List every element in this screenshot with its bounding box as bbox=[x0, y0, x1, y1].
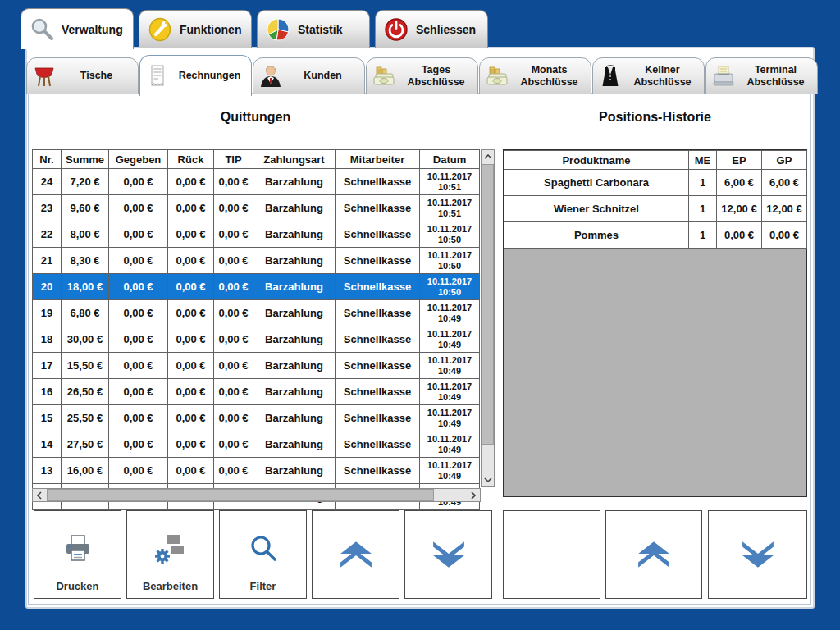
cell-rueck: 0,00 € bbox=[168, 353, 214, 379]
cell-gegeben: 0,00 € bbox=[109, 379, 168, 405]
receipt-row[interactable]: 13 16,00 € 0,00 € 0,00 € 0,00 € Barzahlu… bbox=[33, 458, 480, 484]
cell-zahlungsart: Barzahlung bbox=[253, 169, 336, 195]
scroll-down-arrow-icon[interactable] bbox=[482, 473, 494, 486]
cell-produkt: Wiener Schnitzel bbox=[504, 196, 689, 222]
tab-kunden[interactable]: Kunden bbox=[253, 57, 365, 94]
tab-kellner-abschluesse[interactable]: Kellner Abschlüsse bbox=[592, 57, 705, 94]
cell-gegeben: 0,00 € bbox=[109, 300, 168, 326]
cell-mitarbeiter: Schnellkasse bbox=[336, 248, 420, 274]
positions-table: Produktname ME EP GP Spaghetti Carbonara… bbox=[504, 150, 807, 249]
positions-page-down-button[interactable] bbox=[708, 510, 807, 599]
tab-label: Kunden bbox=[286, 70, 359, 81]
tab-rechnungen[interactable]: Rechnungen bbox=[139, 55, 252, 96]
cell-nr: 15 bbox=[33, 405, 62, 431]
cell-rueck: 0,00 € bbox=[168, 379, 214, 405]
cell-tip: 0,00 € bbox=[214, 221, 253, 248]
cell-gegeben: 0,00 € bbox=[109, 221, 168, 248]
cell-gp: 12,00 € bbox=[762, 196, 807, 222]
col-mitarbeiter: Mitarbeiter bbox=[336, 150, 420, 169]
receipt-row[interactable]: 17 15,50 € 0,00 € 0,00 € 0,00 € Barzahlu… bbox=[33, 353, 480, 379]
cell-rueck: 0,00 € bbox=[168, 300, 214, 326]
tab-label: Tages bbox=[399, 64, 472, 75]
print-button[interactable]: Drucken bbox=[34, 510, 121, 599]
cell-datum: 10.11.2017 10:49 bbox=[420, 353, 480, 379]
cell-mitarbeiter: Schnellkasse bbox=[336, 405, 420, 431]
tab-schliessen[interactable]: Schliessen bbox=[375, 10, 488, 48]
cell-me: 1 bbox=[689, 196, 717, 222]
pie-chart-icon bbox=[266, 17, 290, 42]
receipt-row[interactable]: 21 8,30 € 0,00 € 0,00 € 0,00 € Barzahlun… bbox=[33, 248, 480, 274]
col-rueck: Rück bbox=[168, 150, 214, 169]
cell-gegeben: 0,00 € bbox=[109, 458, 168, 484]
cell-tip: 0,00 € bbox=[214, 248, 253, 274]
receipt-row[interactable]: 14 27,50 € 0,00 € 0,00 € 0,00 € Barzahlu… bbox=[33, 431, 480, 458]
scroll-right-arrow-icon[interactable] bbox=[467, 489, 480, 501]
positions-title: Positions-Historie bbox=[503, 110, 807, 125]
wrench-icon bbox=[148, 17, 172, 42]
horizontal-scrollbar-thumb[interactable] bbox=[47, 489, 434, 501]
receipts-page-up-button[interactable] bbox=[312, 510, 399, 599]
tab-label: Schliessen bbox=[416, 23, 476, 36]
receipt-row[interactable]: 16 26,50 € 0,00 € 0,00 € 0,00 € Barzahlu… bbox=[33, 379, 480, 405]
cell-rueck: 0,00 € bbox=[168, 274, 214, 300]
cell-gegeben: 0,00 € bbox=[109, 169, 168, 195]
position-row[interactable]: Spaghetti Carbonara 1 6,00 € 6,00 € bbox=[504, 170, 807, 196]
tab-funktionen[interactable]: Funktionen bbox=[139, 10, 252, 48]
cell-tip: 0,00 € bbox=[214, 195, 253, 221]
scroll-left-arrow-icon[interactable] bbox=[33, 489, 46, 501]
position-row[interactable]: Wiener Schnitzel 1 12,00 € 12,00 € bbox=[504, 196, 807, 222]
cell-datum: 10.11.2017 10:50 bbox=[420, 248, 480, 274]
position-row[interactable]: Pommes 1 0,00 € 0,00 € bbox=[504, 222, 807, 249]
cell-nr: 14 bbox=[33, 431, 62, 458]
scroll-up-arrow-icon[interactable] bbox=[482, 150, 494, 163]
tab-monats-abschluesse[interactable]: Monats Abschlüsse bbox=[479, 57, 591, 94]
receipt-row[interactable]: 24 7,20 € 0,00 € 0,00 € 0,00 € Barzahlun… bbox=[33, 169, 480, 195]
cell-datum: 10.11.2017 10:49 bbox=[420, 379, 480, 405]
cell-nr: 20 bbox=[33, 274, 62, 300]
col-zahlungsart: Zahlungsart bbox=[253, 150, 336, 169]
positions-body: Spaghetti Carbonara 1 6,00 € 6,00 € Wien… bbox=[504, 170, 807, 249]
cell-mitarbeiter: Schnellkasse bbox=[336, 300, 420, 326]
positions-page-up-button[interactable] bbox=[605, 510, 702, 599]
cell-nr: 18 bbox=[33, 326, 62, 353]
edit-button[interactable]: Bearbeiten bbox=[126, 510, 214, 599]
tab-tische[interactable]: Tische bbox=[26, 57, 139, 94]
receipt-row[interactable]: 22 8,00 € 0,00 € 0,00 € 0,00 € Barzahlun… bbox=[33, 221, 480, 248]
tab-terminal-abschluesse[interactable]: Terminal Abschlüsse bbox=[705, 57, 818, 94]
receipts-table: Nr. Summe Gegeben Rück TIP Zahlungsart M… bbox=[32, 149, 480, 510]
cell-summe: 8,30 € bbox=[62, 248, 109, 274]
tab-label: Funktionen bbox=[180, 23, 241, 36]
receipt-row[interactable]: 20 18,00 € 0,00 € 0,00 € 0,00 € Barzahlu… bbox=[33, 274, 480, 300]
cell-nr: 13 bbox=[33, 458, 62, 484]
receipt-row[interactable]: 19 6,80 € 0,00 € 0,00 € 0,00 € Barzahlun… bbox=[33, 300, 480, 326]
empty-button[interactable] bbox=[503, 510, 600, 599]
receipt-row[interactable]: 15 25,50 € 0,00 € 0,00 € 0,00 € Barzahlu… bbox=[33, 405, 480, 431]
cell-gp: 6,00 € bbox=[762, 170, 807, 196]
cell-mitarbeiter: Schnellkasse bbox=[336, 169, 420, 195]
receipt-row[interactable]: 23 9,60 € 0,00 € 0,00 € 0,00 € Barzahlun… bbox=[33, 195, 480, 221]
pos-app-window: Verwaltung Funktionen bbox=[0, 0, 840, 630]
cell-nr: 21 bbox=[33, 248, 62, 274]
tab-verwaltung[interactable]: Verwaltung bbox=[21, 8, 134, 49]
tab-label: Terminal bbox=[739, 64, 812, 75]
cell-rueck: 0,00 € bbox=[168, 431, 214, 458]
cell-me: 1 bbox=[689, 170, 717, 196]
cell-nr: 23 bbox=[33, 195, 62, 221]
col-nr: Nr. bbox=[33, 150, 62, 169]
vertical-scrollbar-thumb[interactable] bbox=[482, 164, 494, 445]
tab-label-2: Abschlüsse bbox=[513, 76, 586, 88]
tab-statistik[interactable]: Statistik bbox=[257, 10, 370, 48]
cell-summe: 6,80 € bbox=[62, 300, 109, 326]
cell-tip: 0,00 € bbox=[214, 300, 253, 326]
tab-tages-abschluesse[interactable]: Tages Abschlüsse bbox=[366, 57, 478, 94]
terminal-icon bbox=[711, 64, 736, 89]
receipts-page-down-button[interactable] bbox=[404, 510, 492, 599]
receipt-row[interactable]: 18 30,00 € 0,00 € 0,00 € 0,00 € Barzahlu… bbox=[33, 326, 480, 353]
receipts-horizontal-scrollbar[interactable] bbox=[32, 488, 481, 502]
receipts-vertical-scrollbar[interactable] bbox=[481, 149, 495, 487]
search-icon bbox=[248, 533, 279, 564]
cell-rueck: 0,00 € bbox=[168, 195, 214, 221]
cell-gegeben: 0,00 € bbox=[109, 405, 168, 431]
cell-summe: 27,50 € bbox=[62, 431, 109, 458]
filter-button[interactable]: Filter bbox=[219, 510, 307, 599]
